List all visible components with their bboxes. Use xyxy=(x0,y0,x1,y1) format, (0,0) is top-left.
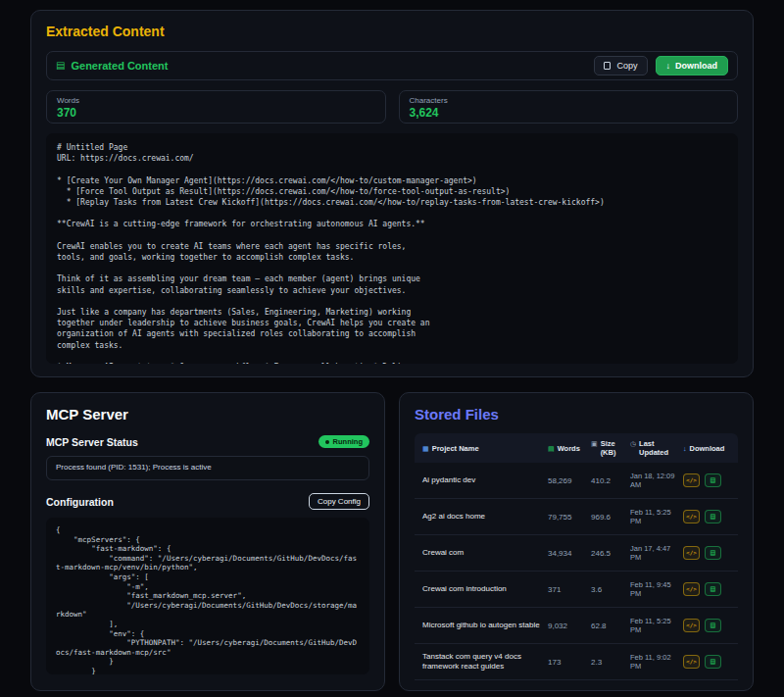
words-value: 34,934 xyxy=(548,549,591,558)
row-actions: </> ▤ xyxy=(683,473,730,487)
words-value: 58,269 xyxy=(548,476,591,485)
table-row: Ag2 ai docs home 79,755 969.6 Feb 11, 5:… xyxy=(415,499,738,535)
view-markdown-button[interactable]: ▤ xyxy=(705,619,721,632)
code-icon: </> xyxy=(686,477,697,483)
column-header-words: ▤ Words xyxy=(548,444,591,453)
row-actions: </> ▤ xyxy=(683,510,730,523)
configuration-label: Configuration xyxy=(46,496,114,508)
row-actions: </> ▤ xyxy=(683,582,730,596)
extracted-content-title: Extracted Content xyxy=(46,24,738,39)
code-icon: </> xyxy=(686,586,697,592)
last-updated-value: Feb 11, 5:25 PM xyxy=(630,617,683,635)
row-actions: </> ▤ xyxy=(683,655,730,669)
status-badge: Running xyxy=(318,435,369,448)
view-json-button[interactable]: </> xyxy=(683,473,700,487)
project-name: Ai pydantic dev xyxy=(422,475,548,485)
characters-stat-label: Characters xyxy=(410,96,728,105)
generated-content-card: ▤ Generated Content Copy ↓ Download xyxy=(46,51,738,80)
mcp-server-title: MCP Server xyxy=(46,406,369,423)
file-icon: ▤ xyxy=(710,622,715,629)
stored-files-title: Stored Files xyxy=(415,406,738,423)
mcp-server-panel: MCP Server MCP Server Status Running Pro… xyxy=(30,392,385,691)
database-icon: ▦ xyxy=(422,444,429,453)
mcp-status-header: MCP Server Status Running xyxy=(46,435,369,448)
copy-button-label: Copy xyxy=(616,61,637,71)
view-markdown-button[interactable]: ▤ xyxy=(705,655,721,669)
words-icon: ▤ xyxy=(548,444,555,453)
column-label: Last Updated xyxy=(639,439,683,457)
column-header-size: ▣ Size (KB) xyxy=(591,439,630,457)
view-json-button[interactable]: </> xyxy=(683,655,700,669)
mcp-status-label: MCP Server Status xyxy=(46,436,138,448)
view-markdown-button[interactable]: ▤ xyxy=(705,582,721,596)
view-json-button[interactable]: </> xyxy=(683,546,700,560)
table-row: Crewai com 34,934 246.5 Jan 17, 4:47 PM … xyxy=(415,535,738,572)
words-stat-label: Words xyxy=(57,96,375,105)
file-icon: ▤ xyxy=(710,476,715,484)
download-icon: ↓ xyxy=(666,62,671,71)
column-header-last-updated: ◷ Last Updated xyxy=(630,439,683,457)
document-icon: ▤ xyxy=(56,61,65,71)
row-actions: </> ▤ xyxy=(683,546,730,560)
column-label: Download xyxy=(690,444,725,453)
table-row: Tanstack com query v4 docs framework rea… xyxy=(415,644,738,680)
code-icon: </> xyxy=(686,659,697,665)
size-value: 969.6 xyxy=(591,513,630,522)
copy-icon xyxy=(604,62,611,70)
view-markdown-button[interactable]: ▤ xyxy=(705,473,721,487)
extracted-content-panel: Extracted Content ▤ Generated Content Co… xyxy=(30,10,754,377)
table-row: Ai pydantic dev 58,269 410.2 Jan 18, 12:… xyxy=(415,463,738,499)
copy-config-button[interactable]: Copy Config xyxy=(309,493,369,510)
project-name: Crewai com xyxy=(422,548,548,558)
configuration-header: Configuration Copy Config xyxy=(46,493,369,510)
mcp-status-message: Process found (PID: 1531); Process is ac… xyxy=(46,456,369,480)
project-name: Tanstack com query v4 docs framework rea… xyxy=(422,652,548,672)
code-icon: </> xyxy=(686,622,697,628)
table-row: Microsoft github io autogen stable 9,032… xyxy=(415,608,738,644)
generated-content-label: Generated Content xyxy=(71,60,168,72)
generated-content-header: ▤ Generated Content xyxy=(56,60,168,72)
words-value: 371 xyxy=(548,585,591,594)
clock-icon: ◷ xyxy=(630,439,636,448)
code-icon: </> xyxy=(686,514,697,520)
words-value: 9,032 xyxy=(548,622,591,630)
size-value: 2.3 xyxy=(591,658,630,667)
stats-row: Words 370 Characters 3,624 xyxy=(46,90,738,124)
copy-button[interactable]: Copy xyxy=(594,56,647,75)
download-button[interactable]: ↓ Download xyxy=(656,56,729,75)
table-header: ▦ Project Name ▤ Words ▣ Size (KB) ◷ Las… xyxy=(415,433,738,463)
project-name: Ag2 ai docs home xyxy=(422,512,548,522)
words-stat-value: 370 xyxy=(57,106,375,120)
last-updated-value: Jan 18, 12:09 AM xyxy=(630,472,683,490)
view-markdown-button[interactable]: ▤ xyxy=(705,510,721,523)
mcp-config-json[interactable]: { "mcpServers": { "fast-markdown": { "co… xyxy=(46,518,369,674)
column-label: Words xyxy=(558,444,580,453)
size-icon: ▣ xyxy=(591,439,598,448)
status-badge-label: Running xyxy=(333,437,363,446)
size-value: 3.6 xyxy=(591,585,630,594)
download-icon: ↓ xyxy=(683,444,687,453)
project-name: Microsoft github io autogen stable xyxy=(422,621,548,630)
file-icon: ▤ xyxy=(710,513,715,521)
view-json-button[interactable]: </> xyxy=(683,619,700,632)
table-row: Crewai com introduction 371 3.6 Feb 11, … xyxy=(415,572,738,608)
size-value: 62.8 xyxy=(591,622,630,630)
view-markdown-button[interactable]: ▤ xyxy=(705,546,721,560)
last-updated-value: Feb 11, 9:45 PM xyxy=(630,580,683,599)
view-json-button[interactable]: </> xyxy=(683,510,700,523)
file-icon: ▤ xyxy=(710,549,715,557)
column-header-download: ↓ Download xyxy=(683,444,730,453)
row-actions: </> ▤ xyxy=(683,619,730,632)
generated-content-actions: Copy ↓ Download xyxy=(594,56,728,75)
column-label: Project Name xyxy=(432,444,479,453)
view-json-button[interactable]: </> xyxy=(683,582,700,596)
stored-files-panel: Stored Files ▦ Project Name ▤ Words ▣ Si… xyxy=(399,392,754,691)
extracted-markdown-content[interactable]: # Untitled Page URL: https://docs.crewai… xyxy=(46,133,738,364)
file-icon: ▤ xyxy=(710,585,715,593)
last-updated-value: Feb 11, 5:25 PM xyxy=(630,508,683,526)
words-value: 79,755 xyxy=(548,513,591,522)
file-icon: ▤ xyxy=(710,658,715,666)
size-value: 410.2 xyxy=(591,476,630,485)
characters-stat: Characters 3,624 xyxy=(399,90,739,124)
page: Extracted Content ▤ Generated Content Co… xyxy=(0,0,784,691)
